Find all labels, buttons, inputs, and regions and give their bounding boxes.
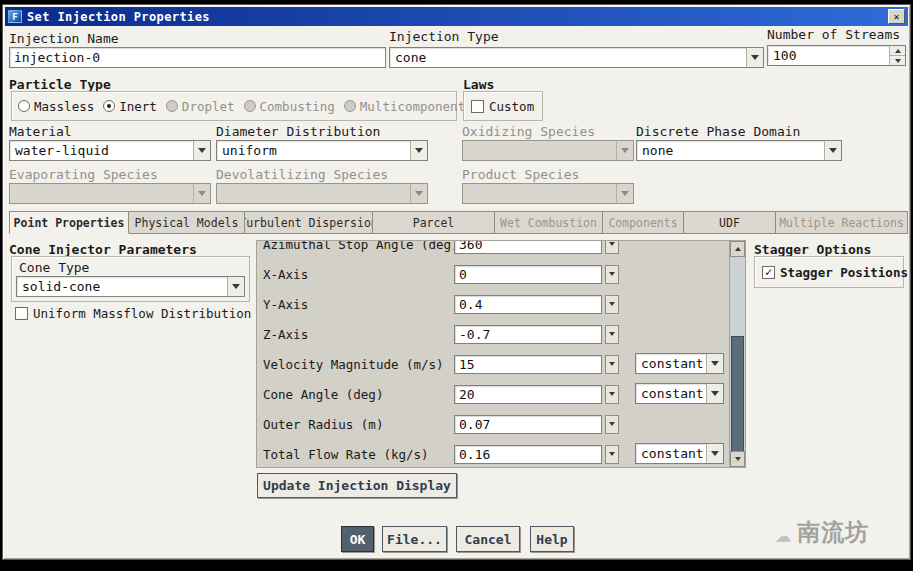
stagger-options-title: Stagger Options: [754, 242, 871, 257]
discrete-phase-domain-select[interactable]: none: [636, 140, 842, 161]
particle-type-group: Massless Inert Droplet Combusting Multic…: [11, 91, 457, 121]
total-flow-rate-input[interactable]: [454, 445, 602, 464]
radio-droplet[interactable]: Droplet: [166, 99, 235, 114]
file-button[interactable]: File...: [382, 526, 447, 552]
value-menu-button[interactable]: [605, 240, 619, 254]
cone-injector-parameters-title: Cone Injector Parameters: [9, 242, 197, 257]
radio-label: Combusting: [260, 99, 335, 114]
parameter-row: Velocity Magnitude (m/s) constant: [257, 349, 729, 379]
scroll-down-button[interactable]: [730, 451, 745, 467]
chevron-down-icon: [609, 452, 615, 456]
dropdown-arrow-button[interactable]: [746, 48, 763, 67]
spin-up-button[interactable]: [890, 46, 905, 55]
profile-value: constant: [636, 354, 706, 373]
chevron-down-icon: [829, 148, 837, 153]
evaporating-species-select: [9, 183, 211, 204]
number-of-streams-input[interactable]: 100: [767, 45, 906, 66]
oxidizing-species-value: [463, 141, 616, 160]
uniform-massflow-checkbox[interactable]: Uniform Massflow Distribution: [15, 306, 251, 321]
tab-turbulent-dispersion[interactable]: Turbulent Dispersion: [245, 211, 373, 234]
dropdown-arrow-button: [616, 141, 633, 160]
tab-udf[interactable]: UDF: [684, 211, 776, 234]
dropdown-arrow-button[interactable]: [410, 141, 427, 160]
value-menu-button[interactable]: [605, 415, 619, 434]
point-properties-panel: Azimuthal Stop Angle (deg) X-Axis Y-Axis…: [256, 240, 746, 468]
dropdown-arrow-button: [193, 184, 210, 203]
radio-combusting[interactable]: Combusting: [244, 99, 335, 114]
tab-components[interactable]: Components: [603, 211, 684, 234]
x-axis-label: X-Axis: [257, 267, 454, 282]
radio-icon: [244, 100, 256, 112]
cone-angle-input[interactable]: [454, 385, 602, 404]
dropdown-arrow-button[interactable]: [193, 141, 210, 160]
scrollbar-thumb[interactable]: [731, 336, 744, 453]
value-menu-button[interactable]: [605, 295, 619, 314]
injection-type-select[interactable]: cone: [389, 47, 764, 68]
tab-point-properties[interactable]: Point Properties: [9, 211, 129, 234]
window-title: Set Injection Properties: [27, 10, 210, 24]
ok-button[interactable]: OK: [341, 526, 374, 552]
tab-wet-combustion[interactable]: Wet Combustion: [495, 211, 603, 234]
tab-multiple-reactions[interactable]: Multiple Reactions: [776, 211, 908, 234]
y-axis-input[interactable]: [454, 295, 602, 314]
cone-angle-profile-select[interactable]: constant: [635, 383, 724, 404]
radio-massless[interactable]: Massless: [18, 99, 94, 114]
dropdown-arrow-button[interactable]: [227, 277, 244, 296]
chevron-down-icon: [609, 272, 615, 276]
stagger-positions-checkbox[interactable]: Stagger Positions: [762, 265, 908, 280]
value-menu-button[interactable]: [605, 325, 619, 344]
profile-value: constant: [636, 444, 706, 463]
material-value: water-liquid: [10, 141, 193, 160]
outer-radius-input[interactable]: [454, 415, 602, 434]
radio-inert[interactable]: Inert: [103, 99, 157, 114]
value-menu-button[interactable]: [605, 355, 619, 374]
value-menu-button[interactable]: [605, 265, 619, 284]
number-of-streams-value: 100: [768, 46, 889, 65]
injection-name-input[interactable]: [9, 47, 386, 68]
tab-physical-models[interactable]: Physical Models: [129, 211, 245, 234]
azimuthal-stop-angle-input[interactable]: [454, 240, 602, 254]
diameter-distribution-select[interactable]: uniform: [216, 140, 428, 161]
dropdown-arrow-button[interactable]: [824, 141, 841, 160]
custom-laws-checkbox[interactable]: Custom: [471, 99, 534, 114]
diameter-distribution-label: Diameter Distribution: [216, 124, 380, 139]
cloud-logo-icon: ☁: [775, 519, 791, 546]
chevron-down-icon: [609, 362, 615, 366]
y-axis-label: Y-Axis: [257, 297, 454, 312]
devolatilizing-species-value: [217, 184, 410, 203]
tab-parcel[interactable]: Parcel: [373, 211, 495, 234]
x-axis-input[interactable]: [454, 265, 602, 284]
chevron-down-icon: [609, 242, 615, 246]
scroll-up-icon: [735, 247, 741, 251]
chevron-down-icon: [751, 55, 759, 60]
chevron-down-icon: [711, 391, 719, 396]
dropdown-arrow-button[interactable]: [706, 444, 723, 463]
checkbox-label: Uniform Massflow Distribution: [33, 306, 251, 321]
radio-label: Multicomponent: [360, 99, 465, 114]
cone-type-select[interactable]: solid-cone: [16, 276, 245, 297]
total-flow-rate-profile-select[interactable]: constant: [635, 443, 724, 464]
parameter-row: Azimuthal Stop Angle (deg): [257, 240, 729, 259]
parameter-row: Total Flow Rate (kg/s) constant: [257, 439, 729, 468]
velocity-magnitude-input[interactable]: [454, 355, 602, 374]
z-axis-input[interactable]: [454, 325, 602, 344]
close-button[interactable]: ✕: [888, 9, 905, 24]
cancel-button[interactable]: Cancel: [456, 526, 520, 552]
profile-value: constant: [636, 384, 706, 403]
help-button[interactable]: Help: [530, 526, 574, 552]
material-select[interactable]: water-liquid: [9, 140, 211, 161]
value-menu-button[interactable]: [605, 385, 619, 404]
dropdown-arrow-button[interactable]: [706, 354, 723, 373]
dropdown-arrow-button[interactable]: [706, 384, 723, 403]
scroll-up-button[interactable]: [730, 241, 745, 257]
spin-down-button[interactable]: [890, 55, 905, 65]
vertical-scrollbar[interactable]: [729, 241, 745, 467]
cone-type-value: solid-cone: [17, 277, 227, 296]
velocity-magnitude-profile-select[interactable]: constant: [635, 353, 724, 374]
fluent-window-icon: F: [8, 10, 22, 23]
total-flow-rate-label: Total Flow Rate (kg/s): [257, 447, 454, 462]
value-menu-button[interactable]: [605, 445, 619, 464]
update-injection-display-button[interactable]: Update Injection Display: [257, 473, 457, 498]
radio-multicomponent[interactable]: Multicomponent: [344, 99, 465, 114]
parameter-row: X-Axis: [257, 259, 729, 289]
